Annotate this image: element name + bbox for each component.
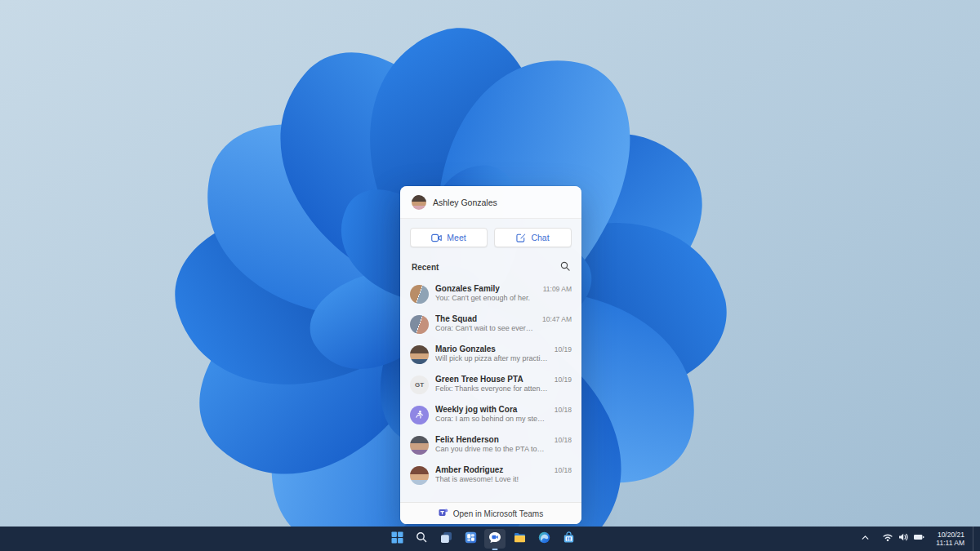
teams-logo-icon: [439, 508, 448, 519]
user-avatar[interactable]: [412, 195, 426, 210]
open-in-teams-link[interactable]: Open in Microsoft Teams: [400, 502, 581, 524]
task-view-icon: [440, 531, 452, 547]
conversation-row-felix-henderson[interactable]: Felix Henderson Can you drive me to the …: [400, 430, 581, 460]
conversation-time: 10:47 AM: [542, 315, 572, 323]
desktop: Ashley Gonzales Meet: [0, 0, 980, 551]
taskbar-center-icons: [386, 527, 579, 551]
conversation-preview: That is awesome! Love it!: [435, 475, 548, 484]
conversation-time: 10/19: [555, 345, 572, 353]
conversation-time: 10/18: [555, 436, 572, 444]
widgets-button[interactable]: [460, 529, 481, 549]
search-button[interactable]: [411, 529, 432, 549]
meet-button[interactable]: Meet: [410, 228, 488, 247]
conversation-row-gonzales-family[interactable]: Gonzales Family You: Can't get enough of…: [400, 279, 581, 309]
edge-icon: [538, 531, 550, 547]
volume-icon: [898, 531, 909, 546]
conversation-row-mario-gonzales[interactable]: Mario Gonzales Will pick up pizza after …: [400, 340, 581, 370]
chat-button[interactable]: Chat: [494, 228, 572, 247]
conversation-preview: Felix: Thanks everyone for attending tod…: [435, 384, 548, 393]
conversation-name: Weekly jog with Cora: [435, 405, 548, 415]
conversation-preview: Cora: Can't wait to see everyone!: [435, 324, 536, 333]
start-button[interactable]: [386, 529, 408, 549]
conversation-time: 10/18: [555, 406, 572, 414]
avatar: [410, 406, 429, 424]
chevron-up-icon: [860, 531, 871, 546]
conversation-row-weekly-jog[interactable]: Weekly jog with Cora Cora: I am so behin…: [400, 400, 581, 430]
avatar: [410, 315, 429, 334]
file-explorer-button[interactable]: [509, 529, 530, 549]
tray-overflow-button[interactable]: [857, 529, 874, 549]
tray-date: 10/20/21: [936, 531, 964, 539]
start-icon: [391, 531, 403, 547]
conversation-row-green-tree-house-pta[interactable]: GT Green Tree House PTA Felix: Thanks ev…: [400, 370, 581, 400]
network-volume-battery-button[interactable]: [879, 529, 928, 549]
task-view-button[interactable]: [435, 529, 457, 549]
conversation-name: The Squad: [435, 314, 536, 324]
store-icon: [563, 531, 575, 547]
system-tray: 10/20/21 11:11 AM: [857, 527, 975, 551]
conversation-name: Green Tree House PTA: [435, 375, 548, 384]
edge-button[interactable]: [533, 529, 555, 549]
meet-button-label: Meet: [447, 233, 466, 242]
conversation-preview: Will pick up pizza after my practice.: [435, 354, 548, 363]
avatar: [410, 466, 429, 485]
open-in-teams-label: Open in Microsoft Teams: [453, 509, 543, 518]
video-camera-icon: [431, 233, 442, 242]
battery-icon: [913, 531, 924, 546]
conversation-name: Felix Henderson: [435, 435, 548, 445]
clock[interactable]: 10/20/21 11:11 AM: [933, 529, 968, 549]
conversation-time: 10/19: [555, 375, 572, 384]
conversation-name: Amber Rodriguez: [435, 465, 548, 475]
search-icon[interactable]: [560, 260, 570, 274]
avatar: [410, 436, 429, 455]
recent-section-header: Recent: [400, 250, 581, 279]
file-explorer-icon: [514, 531, 526, 547]
conversation-name: Mario Gonzales: [435, 344, 548, 354]
compose-icon: [516, 233, 526, 242]
store-button[interactable]: [558, 529, 579, 549]
widgets-icon: [465, 531, 477, 547]
conversation-row-amber-rodriguez[interactable]: Amber Rodriguez That is awesome! Love it…: [400, 460, 581, 491]
conversation-preview: Cora: I am so behind on my step goals.: [435, 415, 548, 424]
chat-button-taskbar[interactable]: [484, 529, 506, 549]
user-name: Ashley Gonzales: [433, 198, 497, 207]
conversation-name: Gonzales Family: [435, 284, 537, 294]
flyout-actions: Meet Chat: [400, 219, 581, 250]
tray-time: 11:11 AM: [936, 539, 964, 547]
conversation-list: Gonzales Family You: Can't get enough of…: [400, 279, 581, 502]
conversation-preview: You: Can't get enough of her.: [435, 294, 537, 303]
teams-chat-flyout: Ashley Gonzales Meet: [400, 186, 581, 524]
conversation-row-the-squad[interactable]: The Squad Cora: Can't wait to see everyo…: [400, 309, 581, 340]
avatar-initials: GT: [410, 375, 429, 394]
runner-icon: [415, 410, 424, 420]
taskbar: 10/20/21 11:11 AM: [0, 527, 980, 551]
chat-icon: [488, 531, 501, 547]
avatar: [410, 285, 429, 304]
avatar: [410, 345, 429, 364]
conversation-time: 10/18: [555, 466, 572, 474]
search-icon: [416, 531, 427, 546]
show-desktop-button[interactable]: [973, 527, 975, 551]
conversation-time: 11:09 AM: [543, 285, 572, 293]
recent-label: Recent: [412, 263, 439, 272]
conversation-preview: Can you drive me to the PTA today?: [435, 445, 548, 454]
wifi-icon: [882, 531, 893, 546]
chat-button-label: Chat: [531, 233, 549, 242]
flyout-header: Ashley Gonzales: [400, 186, 581, 219]
